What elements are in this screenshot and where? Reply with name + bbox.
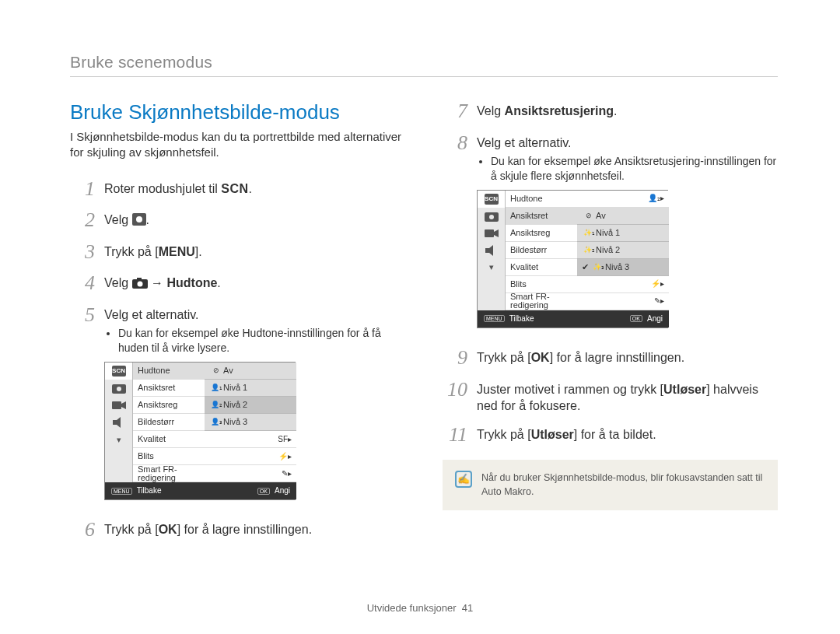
side-tab-scn: SCN (478, 191, 506, 208)
popup-option-niva3: 👤₃Nivå 3 (205, 414, 296, 431)
menu-value-icon: ✎▸ (577, 293, 669, 310)
left-column: Bruke Skjønnhetsbilde-modus I Skjønnhets… (70, 100, 405, 551)
menu-screenshot-hudtone: SCN Hudtone ⊘Av Ansiktsret 👤₁Nivå 1 Ansi… (104, 362, 296, 500)
svg-point-1 (136, 216, 142, 222)
side-tab-sound (478, 242, 506, 259)
side-tab-down: ▾ (478, 259, 506, 276)
svg-marker-9 (113, 417, 121, 428)
step-text: Velg (477, 104, 505, 117)
svg-rect-12 (485, 229, 494, 237)
step-text: Trykk på [ (477, 428, 531, 441)
menu-value-icon: 👤₂▸ (577, 191, 669, 208)
right-column: 7 Velg Ansiktsretusjering. 8 Velg et alt… (443, 100, 778, 551)
menu-key-icon: MENU (484, 315, 505, 322)
step-number: 8 (443, 132, 467, 155)
menu-row: Blits (506, 276, 577, 293)
svg-marker-13 (494, 229, 499, 237)
step-number: 5 (70, 304, 95, 327)
side-tab-video (478, 225, 506, 242)
menu-row: Bildestørr (133, 414, 205, 431)
steps-right: 7 Velg Ansiktsretusjering. 8 Velg et alt… (443, 100, 778, 446)
menu-value-icon: SF▸ (205, 431, 296, 448)
step-text: Trykk på [ (477, 351, 531, 364)
page-footer: Utvidede funksjoner 41 (0, 602, 840, 614)
menu-row: Ansiktsreg (506, 225, 577, 242)
popup-option-niva3-selected: ✔✨₃Nivå 3 (577, 259, 669, 276)
svg-point-4 (137, 282, 142, 287)
menu-footer: MENU Tilbake OK Angi (105, 482, 296, 499)
menu-row: Kvalitet (506, 259, 577, 276)
ok-button-label: OK (531, 351, 550, 364)
side-tab-sound (105, 414, 133, 431)
popup-option-niva2: ✨₂Nivå 2 (577, 242, 669, 259)
step-text: Velg (104, 213, 132, 226)
ok-key-icon: OK (257, 488, 270, 495)
menu-row-ansiktsret: Ansiktsret (506, 208, 577, 225)
menu-row-hudtone: Hudtone (133, 363, 205, 380)
popup-option-niva2-selected: 👤₂Nivå 2 (205, 397, 296, 414)
section-title: Bruke Skjønnhetsbilde-modus (70, 100, 405, 124)
step-text: Trykk på [ (104, 523, 159, 536)
step-number: 6 (70, 519, 95, 541)
side-tab-camera (478, 208, 506, 225)
ok-key-icon: OK (630, 315, 642, 322)
menu-row: Blits (133, 448, 205, 465)
breadcrumb: Bruke scenemodus (70, 53, 778, 77)
step-number: 10 (443, 379, 467, 401)
svg-point-11 (489, 215, 494, 219)
svg-rect-3 (137, 278, 142, 281)
menu-screenshot-ansiktsret: SCN Hudtone 👤₂▸ Ansiktsret ⊘Av Ansiktsre… (477, 190, 668, 328)
step-number: 7 (443, 100, 467, 123)
step-number: 11 (443, 424, 467, 447)
menu-value-icon: ⚡▸ (205, 448, 296, 465)
popup-option-av: ⊘Av (205, 363, 296, 380)
popup-option-niva1: ✨₁Nivå 1 (577, 225, 669, 242)
ansiktsretusjering-label: Ansiktsretusjering (505, 104, 614, 117)
info-note: ✍ Når du bruker Skjønnhetsbilde-modus, b… (443, 460, 778, 510)
step-text: Juster motivet i rammen og trykk [ (477, 383, 663, 396)
step-number: 9 (443, 347, 467, 370)
beauty-mode-icon (132, 213, 146, 226)
menu-row: Smart FR-redigering (133, 465, 205, 482)
svg-point-6 (117, 387, 121, 391)
step-text: Velg et alternativ. (477, 136, 572, 149)
step-number: 2 (70, 209, 95, 232)
step-sub-bullet: Du kan for eksempel øke Hudtone-innstill… (118, 326, 405, 356)
svg-rect-7 (112, 401, 121, 409)
svg-marker-8 (121, 401, 126, 409)
note-text: Når du bruker Skjønnhetsbilde-modus, bli… (481, 471, 765, 499)
menu-button-label: MENU (159, 245, 195, 258)
step-text: Trykk på [ (104, 245, 159, 258)
info-icon: ✍ (455, 471, 472, 488)
intro-text: I Skjønnhetsbilde-modus kan du ta portre… (70, 129, 405, 161)
side-tab-camera (105, 380, 133, 397)
hudtone-label: Hudtone (166, 276, 217, 289)
ok-button-label: OK (159, 523, 177, 536)
menu-row: Hudtone (506, 191, 577, 208)
menu-row: Ansiktsret (133, 380, 205, 397)
step-text: Velg (104, 276, 132, 289)
step-text: Roter modushjulet til (104, 182, 221, 195)
menu-row: Ansiktsreg (133, 397, 205, 414)
step-sub-bullet: Du kan for eksempel øke Ansiktsretusjeri… (491, 154, 778, 184)
menu-row: Smart FR-redigering (506, 293, 577, 310)
svg-marker-14 (485, 245, 493, 256)
popup-option-niva1: 👤₁Nivå 1 (205, 380, 296, 397)
menu-row: Kvalitet (133, 431, 205, 448)
scn-mode-label: SCN (221, 182, 248, 195)
menu-value-icon: ⚡▸ (577, 276, 669, 293)
steps-left: 1 Roter modushjulet til SCN. 2 Velg . 3 (70, 178, 405, 541)
menu-footer: MENU Tilbake OK Angi (478, 310, 669, 328)
menu-row: Bildestørr (506, 242, 577, 259)
menu-value-icon: ✎▸ (205, 465, 296, 482)
camera-icon (132, 278, 148, 289)
side-tab-scn: SCN (105, 363, 133, 380)
side-tab-down: ▾ (105, 431, 133, 448)
step-text: Velg et alternativ. (104, 308, 199, 321)
menu-key-icon: MENU (111, 488, 132, 495)
popup-option-av: ⊘Av (577, 208, 669, 225)
side-tab-video (105, 397, 133, 414)
step-number: 3 (70, 241, 95, 264)
step-number: 1 (70, 178, 95, 201)
shutter-label: Utløser (531, 428, 574, 441)
